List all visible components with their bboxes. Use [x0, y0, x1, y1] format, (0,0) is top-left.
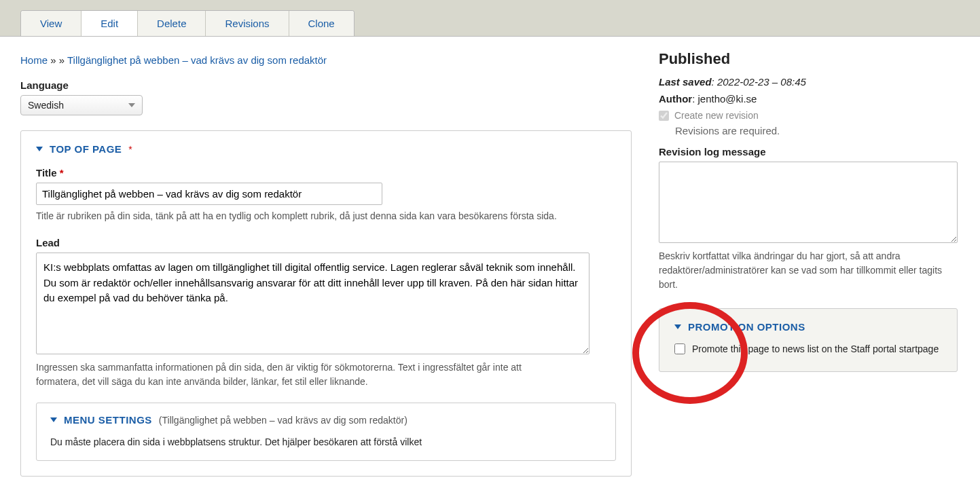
language-label: Language: [20, 79, 632, 91]
language-value: Swedish: [28, 100, 64, 111]
tab-clone[interactable]: Clone: [289, 11, 354, 36]
breadcrumb-sep: » »: [48, 54, 67, 66]
create-new-revision-label: Create new revision: [674, 110, 759, 121]
author-line: Author: jentho@ki.se: [659, 93, 958, 105]
breadcrumb: Home » » Tillgänglighet på webben – vad …: [20, 54, 632, 66]
tab-delete[interactable]: Delete: [138, 11, 206, 36]
chevron-down-icon: [50, 417, 57, 422]
required-marker: *: [128, 144, 132, 155]
tab-view[interactable]: View: [21, 11, 81, 36]
chevron-down-icon: [674, 324, 681, 329]
create-new-revision-checkbox: [659, 111, 669, 121]
promotion-options-header[interactable]: PROMOTION OPTIONS: [674, 321, 942, 333]
create-new-revision-row: Create new revision: [659, 110, 958, 121]
top-of-page-title: TOP OF PAGE: [50, 143, 122, 155]
promote-label[interactable]: Promote this page to news list on the St…: [692, 342, 939, 356]
top-bar: View Edit Delete Revisions Clone: [0, 0, 980, 37]
lead-label: Lead: [36, 237, 616, 248]
promotion-options-panel: PROMOTION OPTIONS Promote this page to n…: [659, 308, 958, 372]
top-of-page-header[interactable]: TOP OF PAGE *: [36, 143, 616, 155]
revision-log-help: Beskriv kortfattat vilka ändringar du ha…: [659, 249, 958, 292]
menu-settings-header[interactable]: MENU SETTINGS (Tillgänglighet på webben …: [50, 414, 602, 426]
promote-checkbox[interactable]: [674, 343, 685, 354]
promotion-options-title: PROMOTION OPTIONS: [688, 321, 805, 333]
revision-log-label: Revision log message: [659, 146, 958, 157]
top-of-page-panel: TOP OF PAGE * Title * Title är rubriken …: [20, 130, 632, 477]
menu-settings-sub: (Tillgänglighet på webben – vad krävs av…: [159, 415, 407, 426]
side-column: Published Last saved: 2022-02-23 – 08:45…: [659, 50, 958, 484]
revision-log-textarea[interactable]: [659, 162, 958, 243]
title-help: Title är rubriken på din sida, tänk på a…: [36, 209, 566, 223]
chevron-down-icon: [128, 103, 135, 107]
language-select[interactable]: Swedish: [20, 95, 143, 115]
chevron-down-icon: [36, 147, 43, 151]
last-saved-line: Last saved: 2022-02-23 – 08:45: [659, 76, 958, 88]
breadcrumb-current[interactable]: Tillgänglighet på webben – vad krävs av …: [67, 54, 327, 66]
main-column: Home » » Tillgänglighet på webben – vad …: [20, 50, 632, 484]
tab-edit[interactable]: Edit: [81, 11, 138, 36]
revisions-required: Revisions are required.: [675, 125, 958, 136]
title-label: Title *: [36, 167, 616, 179]
lead-help: Ingressen ska sammanfatta informationen …: [36, 360, 566, 389]
lead-textarea[interactable]: KI:s webbplats omfattas av lagen om till…: [36, 253, 589, 354]
menu-settings-panel: MENU SETTINGS (Tillgänglighet på webben …: [36, 403, 616, 461]
menu-settings-body: Du måste placera din sida i webbplatsens…: [50, 435, 580, 449]
tab-revisions[interactable]: Revisions: [206, 11, 289, 36]
title-input[interactable]: [36, 183, 382, 205]
published-heading: Published: [659, 50, 958, 68]
menu-settings-title: MENU SETTINGS: [64, 414, 152, 426]
tabs: View Edit Delete Revisions Clone: [20, 10, 355, 36]
breadcrumb-home[interactable]: Home: [20, 54, 48, 66]
